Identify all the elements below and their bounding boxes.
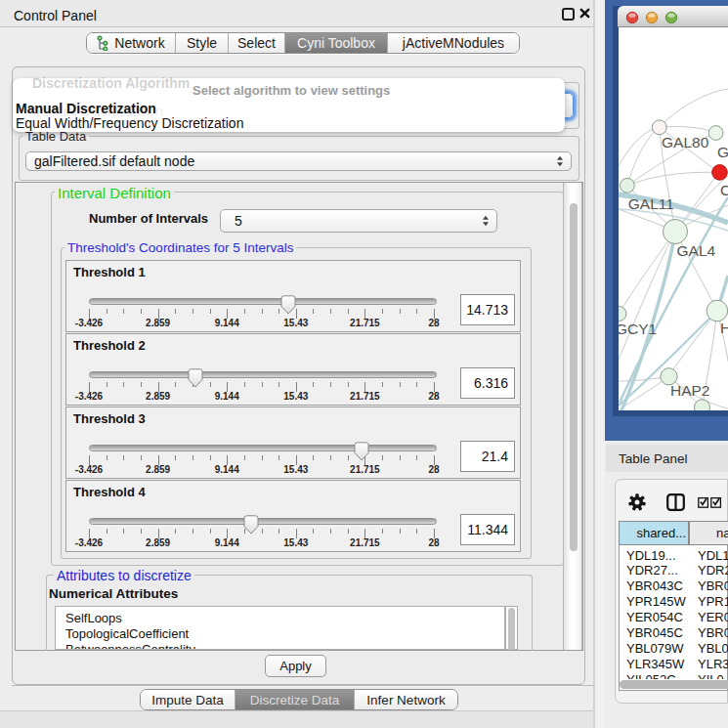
- svg-text:GCY1: GCY1: [619, 321, 657, 337]
- svg-text:C: C: [720, 182, 728, 198]
- svg-text:HAP2: HAP2: [670, 382, 710, 399]
- svg-text:GAL80: GAL80: [662, 134, 709, 150]
- svg-text:H: H: [720, 320, 728, 336]
- svg-text:GA: GA: [717, 144, 728, 160]
- svg-text:GAL11: GAL11: [628, 195, 674, 212]
- svg-text:GAL4: GAL4: [677, 242, 716, 259]
